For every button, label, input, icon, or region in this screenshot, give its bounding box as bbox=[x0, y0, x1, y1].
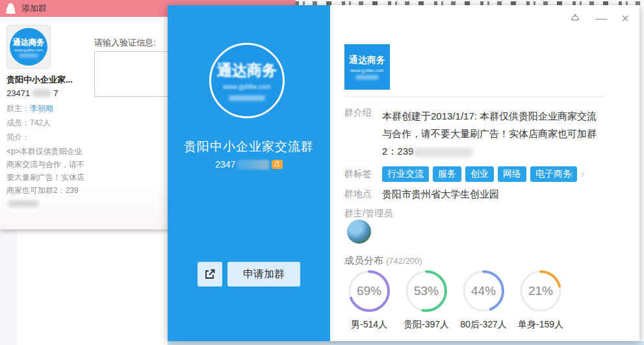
location-value: 贵阳市贵州省大学生创业园 bbox=[382, 188, 499, 201]
group-members-row: 成员：742人 bbox=[6, 118, 51, 129]
distribution-label: 成员分布 bbox=[344, 255, 383, 266]
masked-digits bbox=[413, 147, 473, 157]
logo-url: www.gybltw.com bbox=[350, 68, 383, 73]
tag-pager: ‹ › bbox=[569, 168, 584, 181]
member-stat-donut: 21%单身-159人 bbox=[512, 269, 569, 331]
group-logo-square: 通达商务 www.gybltw.com bbox=[344, 44, 390, 90]
intro-label: 群介绍 bbox=[344, 107, 382, 160]
intro-label: 简介： bbox=[6, 132, 30, 143]
masked-digits bbox=[8, 200, 39, 207]
group-number-row: 2347 /1 bbox=[168, 159, 330, 170]
tag-chip[interactable]: 服务 bbox=[433, 166, 461, 182]
owner-admin-label: 群主/管理员 bbox=[344, 208, 393, 220]
donut-category-label: 贵阳-397人 bbox=[404, 319, 449, 331]
tag-chip[interactable]: 行业交流 bbox=[382, 166, 429, 182]
member-stat-donut: 53%贵阳-397人 bbox=[398, 269, 455, 331]
logo-url: www.gybltw.com bbox=[14, 48, 43, 52]
logo-text: 通达商务 bbox=[217, 60, 277, 81]
group-logo: 通达商务 www.gybltw.com bbox=[10, 28, 47, 66]
logo-text: 通达商务 bbox=[349, 55, 385, 66]
group-owner-row: 群主：李朝顺 bbox=[6, 103, 53, 114]
close-button[interactable]: × bbox=[621, 12, 629, 25]
donut-category-label: 男-514人 bbox=[351, 319, 387, 331]
tags-label: 群标签 bbox=[344, 168, 382, 180]
group-detail-panel: — × 通达商务 www.gybltw.com 群介绍 本群创建于2013/1/… bbox=[330, 5, 639, 341]
group-location-row: 群地点 贵阳市贵州省大学生创业园 bbox=[344, 188, 499, 201]
donut-percent-label: 21% bbox=[519, 269, 563, 313]
logo-blur-line bbox=[19, 54, 38, 57]
share-icon bbox=[203, 268, 216, 281]
member-distribution-title: 成员分布(742/200) bbox=[344, 255, 422, 267]
group-number-prefix: 2347 bbox=[215, 159, 235, 170]
intro-text-content: <p>本群仅供贵阳企业商家交流与合作，请不要大量刷广告！实体店商家也可加群2：2… bbox=[6, 147, 84, 195]
intro-text: <p>本群仅供贵阳企业商家交流与合作，请不要大量刷广告！实体店商家也可加群2：2… bbox=[6, 145, 86, 210]
group-name: 贵阳中小企业家... bbox=[6, 74, 91, 86]
donut-percent-label: 53% bbox=[404, 269, 448, 313]
donut-chart: 21% bbox=[519, 269, 563, 313]
donut-category-label: 单身-159人 bbox=[518, 319, 563, 331]
level-badge: /1 bbox=[272, 160, 282, 169]
owner-name-link[interactable]: 李朝顺 bbox=[30, 104, 53, 113]
logo-blur-line bbox=[229, 96, 265, 101]
desktop-bottom-strip bbox=[168, 341, 644, 345]
members-label: 成员： bbox=[6, 118, 30, 127]
masked-digits bbox=[237, 160, 269, 170]
tag-list: 行业交流服务创业网络电子商务 bbox=[382, 166, 577, 182]
tag-chip[interactable]: 网络 bbox=[498, 166, 526, 182]
tag-chip[interactable]: 创业 bbox=[465, 166, 494, 182]
donut-chart: 44% bbox=[461, 269, 506, 313]
desktop-left-gutter bbox=[0, 229, 17, 345]
window-title: 添加群 bbox=[21, 3, 47, 14]
qq-penguin-icon bbox=[5, 3, 16, 14]
group-number-suffix: 7 bbox=[53, 88, 58, 98]
member-distribution-charts: 69%男-514人53%贵阳-397人44%80后-327人21%单身-159人 bbox=[341, 269, 569, 331]
location-label: 群地点 bbox=[344, 188, 382, 201]
logo-text: 通达商务 bbox=[13, 37, 44, 48]
group-number: 23471 7 bbox=[6, 88, 58, 98]
verify-message-label: 请输入验证信息: bbox=[94, 37, 156, 49]
apply-join-button[interactable]: 申请加群 bbox=[227, 262, 300, 287]
donut-percent-label: 69% bbox=[347, 269, 391, 313]
tags-prev-arrow[interactable]: ‹ bbox=[569, 168, 573, 181]
donut-percent-label: 44% bbox=[461, 269, 506, 313]
member-stat-donut: 44%80后-327人 bbox=[455, 269, 512, 331]
logo-url: www.gybltw.com bbox=[223, 83, 270, 90]
owner-avatar[interactable] bbox=[347, 220, 371, 244]
group-card-dialog: 通达商务 www.gybltw.com 贵阳中小企业家交流群 2347 /1 申… bbox=[168, 5, 639, 341]
group-tags-row: 群标签 行业交流服务创业网络电子商务 bbox=[344, 166, 604, 182]
donut-chart: 69% bbox=[347, 269, 391, 313]
member-stat-donut: 69%男-514人 bbox=[341, 269, 398, 331]
group-avatar-large: 通达商务 www.gybltw.com bbox=[209, 43, 285, 118]
group-name-title: 贵阳中小企业家交流群 bbox=[168, 138, 330, 155]
members-value: 742人 bbox=[30, 118, 51, 127]
donut-chart: 53% bbox=[404, 269, 448, 313]
action-buttons: 申请加群 bbox=[168, 262, 330, 287]
intro-text: 本群创建于2013/1/17: 本群仅供贵阳企业商家交流与合作，请不要大量刷广告… bbox=[382, 107, 603, 160]
masked-digits bbox=[32, 89, 51, 97]
group-number-prefix: 23471 bbox=[6, 88, 30, 98]
divider bbox=[344, 96, 604, 97]
group-avatar-small: 通达商务 www.gybltw.com bbox=[6, 25, 51, 69]
logo-blur-line bbox=[355, 75, 379, 79]
owner-label: 群主： bbox=[6, 104, 30, 113]
tags-next-arrow[interactable]: › bbox=[581, 168, 585, 181]
minimize-button[interactable]: — bbox=[595, 12, 607, 24]
share-button[interactable] bbox=[198, 262, 222, 287]
window-controls: — × bbox=[569, 12, 629, 25]
distribution-count: (742/200) bbox=[386, 256, 422, 266]
group-intro-row: 群介绍 本群创建于2013/1/17: 本群仅供贵阳企业商家交流与合作，请不要大… bbox=[344, 107, 617, 160]
group-summary-panel: 通达商务 www.gybltw.com 贵阳中小企业家交流群 2347 /1 申… bbox=[168, 5, 330, 341]
report-icon[interactable] bbox=[569, 12, 581, 24]
donut-category-label: 80后-327人 bbox=[460, 319, 507, 331]
